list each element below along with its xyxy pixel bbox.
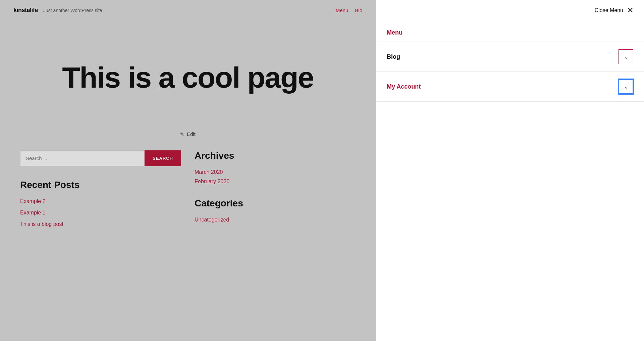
right-column: Archives March 2020 February 2020 Catego… [195,150,356,236]
side-panel: Close Menu ✕ Menu Blog ⌄ My Account ⌄ [376,0,644,341]
header-nav: Menu Blo [336,7,362,13]
list-item: Example 2 [20,198,181,204]
list-item: Example 1 [20,210,181,216]
search-widget: SEARCH [20,150,181,166]
panel-menu-item-myaccount: My Account ⌄ [376,72,644,102]
recent-posts-list: Example 2 Example 1 This is a blog post [20,198,181,227]
edit-button[interactable]: ✎ Edit [180,131,196,137]
category-link-0[interactable]: Uncategorized [195,217,229,223]
site-header: kinstalife Just another WordPress site M… [0,0,376,20]
edit-label: Edit [187,131,196,137]
categories-list: Uncategorized [195,217,356,223]
archive-link-0[interactable]: March 2020 [195,169,223,175]
recent-posts-section: Recent Posts Example 2 Example 1 This is… [20,180,181,227]
archive-link-1[interactable]: February 2020 [195,179,229,184]
site-title: kinstalife [13,7,38,14]
edit-bar: ✎ Edit [0,128,376,150]
page-title: This is a cool page [62,63,313,92]
chevron-down-icon: ⌄ [624,54,628,60]
edit-icon: ✎ [180,132,184,137]
close-menu-button[interactable]: Close Menu ✕ [595,7,633,14]
list-item: This is a blog post [20,221,181,227]
panel-header: Close Menu ✕ [376,0,644,21]
panel-menu: Menu Blog ⌄ My Account ⌄ [376,21,644,102]
recent-post-link-1[interactable]: Example 1 [20,210,46,215]
page-title-section: This is a cool page [0,20,376,128]
list-item: Uncategorized [195,217,356,223]
nav-menu-link[interactable]: Menu [336,7,348,13]
search-form: SEARCH [20,150,181,166]
nav-blog-link[interactable]: Blo [355,7,362,13]
panel-menu-item-blog: Blog ⌄ [376,42,644,72]
categories-section: Categories Uncategorized [195,198,356,223]
close-menu-label: Close Menu [595,7,623,13]
panel-myaccount-link[interactable]: My Account [387,83,421,90]
site-tagline: Just another WordPress site [43,8,102,13]
content-grid: SEARCH Recent Posts Example 2 Example 1 … [0,150,376,236]
recent-post-link-2[interactable]: This is a blog post [20,221,63,227]
panel-blog-chevron[interactable]: ⌄ [619,49,633,64]
recent-posts-title: Recent Posts [20,180,181,190]
search-input[interactable] [20,150,145,166]
header-left: kinstalife Just another WordPress site [13,7,102,14]
archives-section: Archives March 2020 February 2020 [195,150,356,185]
search-button[interactable]: SEARCH [145,150,181,166]
close-icon: ✕ [627,7,633,14]
archives-title: Archives [195,150,356,161]
chevron-down-icon: ⌄ [624,84,628,90]
list-item: February 2020 [195,179,356,185]
archive-list: March 2020 February 2020 [195,169,356,185]
recent-post-link-0[interactable]: Example 2 [20,198,46,204]
list-item: March 2020 [195,169,356,175]
panel-menu-heading: Menu [376,21,644,42]
panel-myaccount-chevron[interactable]: ⌄ [619,79,633,94]
panel-blog-link[interactable]: Blog [387,53,400,60]
main-content-area: kinstalife Just another WordPress site M… [0,0,376,341]
left-column: SEARCH Recent Posts Example 2 Example 1 … [20,150,181,236]
categories-title: Categories [195,198,356,209]
